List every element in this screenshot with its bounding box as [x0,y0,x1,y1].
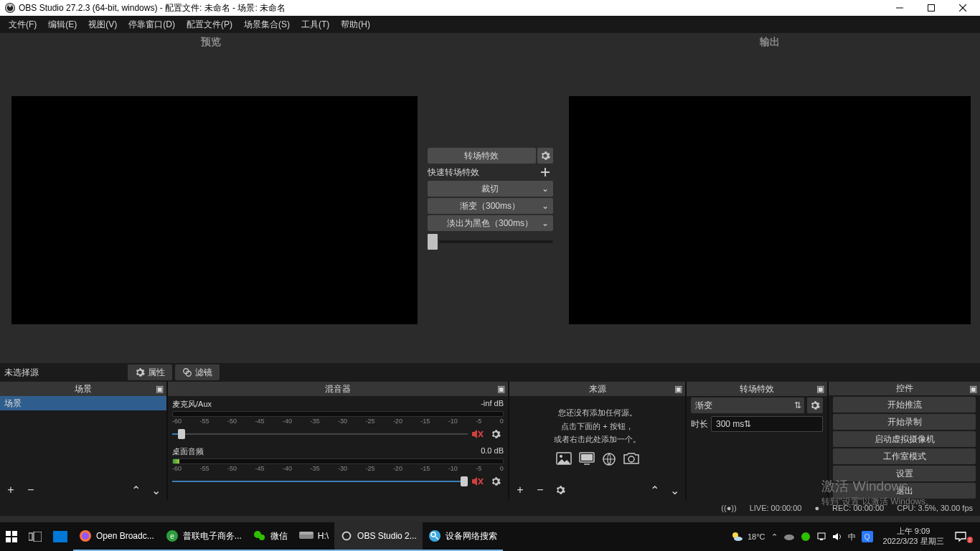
svg-rect-27 [34,532,42,542]
svg-rect-24 [6,537,11,542]
network-icon[interactable] [816,532,826,542]
start-button[interactable] [0,522,23,551]
settings-button[interactable]: 设置 [833,466,976,481]
transition-settings-button[interactable] [537,148,553,164]
gear-icon [540,151,550,161]
taskbar-wechat[interactable]: 微信 [248,522,293,551]
popout-icon[interactable]: ▣ [156,384,164,394]
quick-transition-fadeblack[interactable]: 淡出为黑色（300ms）⌄ [428,215,553,231]
mic-volume-slider[interactable] [172,429,468,439]
scene-up-button[interactable]: ⌃ [128,482,143,498]
chevron-down-icon: ⌄ [542,218,549,228]
exit-button[interactable]: 退出 [833,483,976,499]
transition-select[interactable]: 渐变⇅ [691,397,804,413]
menu-edit[interactable]: 编辑(E) [42,16,83,33]
svg-rect-26 [29,533,32,540]
filters-button[interactable]: 滤镜 [175,364,220,380]
svg-point-43 [734,537,743,541]
window-title: OBS Studio 27.2.3 (64-bit, windows) - 配置… [19,2,884,14]
remove-scene-button[interactable]: − [23,482,39,498]
updown-icon: ⇅ [744,419,751,429]
transition-props-button[interactable] [807,397,823,413]
transition-column: 转场特效 快速转场特效 裁切⌄ 渐变（300ms）⌄ 淡出为黑色（300ms）⌄ [421,33,559,363]
updown-icon: ⇅ [794,400,801,410]
task-view-button[interactable] [23,522,47,551]
qq-pinyin-icon[interactable]: Q [862,531,873,542]
quick-transition-cut[interactable]: 裁切⌄ [428,181,553,197]
menu-file[interactable]: 文件(F) [3,16,42,33]
desktop-mute-button[interactable] [471,474,485,489]
remove-source-button[interactable]: − [532,482,548,498]
menu-view[interactable]: 视图(V) [83,16,123,33]
duration-input[interactable]: 300 ms⇅ [711,416,823,432]
sources-dock-header[interactable]: 来源▣ [509,382,685,396]
svg-rect-18 [581,454,593,461]
volume-icon[interactable] [832,532,842,542]
clock[interactable]: 上午 9:092022/3/23 星期三 [879,527,948,547]
taskbar-pulian[interactable]: e普联电子商务... [160,522,248,551]
preview-panel: 预览 [0,33,421,363]
quick-transition-fade[interactable]: 渐变（300ms）⌄ [428,198,553,214]
obs-logo-icon [4,2,16,14]
add-source-button[interactable]: + [512,482,528,498]
ime-indicator[interactable]: 中 [848,532,856,542]
minimize-button[interactable] [884,0,915,16]
popout-icon[interactable]: ▣ [969,384,977,394]
scene-down-button[interactable]: ⌄ [148,482,164,498]
transition-slider[interactable] [428,234,553,250]
preview-title: 预览 [201,33,221,52]
svg-rect-25 [12,537,17,542]
menu-scene-collection[interactable]: 场景集合(S) [238,16,296,33]
window-controls [884,0,979,16]
svg-rect-28 [53,531,67,542]
mic-mute-button[interactable] [471,427,485,441]
desktop-volume-slider[interactable] [172,476,468,486]
popout-icon[interactable]: ▣ [816,384,824,394]
menu-help[interactable]: 帮助(H) [335,16,376,33]
source-up-button[interactable]: ⌃ [646,482,662,498]
weather-widget[interactable]: 18°C [730,530,765,543]
desktop-settings-button[interactable] [488,474,504,489]
studio-mode-button[interactable]: 工作室模式 [833,448,976,464]
output-viewport[interactable] [569,96,971,324]
mic-settings-button[interactable] [488,426,504,442]
transition-button[interactable]: 转场特效 [428,148,536,164]
add-scene-button[interactable]: + [3,482,19,498]
source-down-button[interactable]: ⌄ [666,482,682,498]
menu-dock[interactable]: 停靠窗口(D) [123,16,181,33]
mixer-channel-mic: 麦克风/Aux-inf dB -60-55-50-45-40-35-30-25-… [172,399,504,442]
scene-row[interactable]: 场景 [0,396,166,410]
meter-ticks: -60-55-50-45-40-35-30-25-20-15-10-50 [172,465,504,472]
mixer-dock-header[interactable]: 混音器▣ [168,382,508,396]
gear-icon [491,476,501,486]
onedrive-icon[interactable] [783,532,795,541]
transitions-dock-header[interactable]: 转场特效▣ [687,382,827,396]
add-quick-transition-button[interactable] [537,164,553,180]
maximize-button[interactable] [915,0,947,16]
action-center-icon[interactable]: 2 [954,531,977,542]
properties-button[interactable]: 属性 [128,364,172,380]
filters-icon [182,367,192,377]
desktop-shortcut[interactable] [47,522,73,551]
taskbar-firefox[interactable]: Open Broadc... [73,522,160,551]
svg-point-30 [82,532,89,540]
popout-icon[interactable]: ▣ [497,384,505,394]
preview-viewport[interactable] [11,96,418,324]
mixer-channel-desktop: 桌面音频0.0 dB -60-55-50-45-40-35-30-25-20-1… [172,446,504,489]
scenes-dock-header[interactable]: 场景▣ [0,382,166,396]
taskbar-obs[interactable]: OBS Studio 2... [334,522,423,551]
start-recording-button[interactable]: 开始录制 [833,414,976,430]
taskbar-explorer[interactable]: H:\ [293,522,334,551]
start-streaming-button[interactable]: 开始推流 [833,397,976,413]
menu-profile[interactable]: 配置文件(P) [181,16,238,33]
close-button[interactable] [947,0,979,16]
tray-chevron-icon[interactable]: ⌃ [771,532,778,542]
popout-icon[interactable]: ▣ [674,384,682,394]
start-virtualcam-button[interactable]: 启动虚拟摄像机 [833,431,976,447]
controls-dock-header[interactable]: 控件▣ [829,382,980,395]
source-settings-button[interactable] [552,482,568,498]
meter-ticks: -60-55-50-45-40-35-30-25-20-15-10-50 [172,418,504,425]
taskbar-devsearch[interactable]: 设备网络搜索 [423,522,503,551]
tencent-tray-icon[interactable] [801,532,811,542]
menu-tools[interactable]: 工具(T) [296,16,335,33]
